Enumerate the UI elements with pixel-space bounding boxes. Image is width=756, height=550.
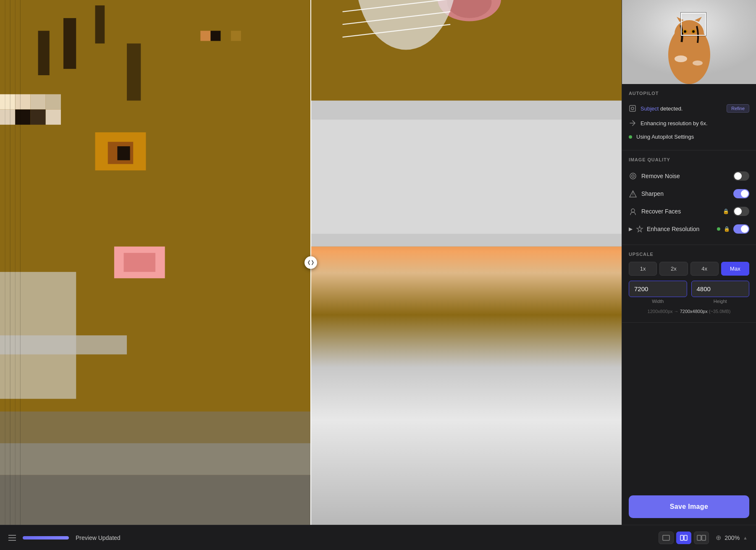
svg-point-91 <box>631 209 635 212</box>
image-quality-section: IMAGE QUALITY Remove Noise <box>622 150 756 245</box>
svg-rect-21 <box>95 5 105 44</box>
zoom-chevron-icon[interactable]: ▲ <box>743 535 748 540</box>
svg-rect-40 <box>200 31 210 41</box>
enhance-resolution-label: Enhance Resolution <box>647 226 714 232</box>
image-left-panel <box>0 0 311 525</box>
svg-rect-31 <box>30 94 45 109</box>
upscale-section: UPSCALE 1x 2x 4x Max 7200 Width 4800 <box>622 245 756 323</box>
svg-rect-85 <box>630 105 635 111</box>
sharpen-toggle[interactable] <box>733 189 749 198</box>
autopilot-title: AUTOPILOT <box>629 91 749 96</box>
dimension-inputs: 7200 Width 4800 Height <box>629 281 749 304</box>
svg-rect-20 <box>63 18 76 69</box>
refine-button[interactable]: Refine <box>727 104 749 113</box>
image-comparison-area <box>0 0 622 525</box>
svg-point-86 <box>631 107 634 110</box>
enhance-resolution-green-dot <box>717 227 720 231</box>
recover-faces-toggle[interactable] <box>733 207 749 216</box>
enhance-resolution-lock-icon: 🔒 <box>724 226 730 232</box>
zoom-control: ⊕ 200% ▲ <box>716 534 748 542</box>
svg-rect-68 <box>311 120 622 234</box>
svg-rect-39 <box>190 31 200 41</box>
thumbnail-selection-box[interactable] <box>681 13 706 36</box>
upscale-title: UPSCALE <box>629 252 749 257</box>
sharpen-label: Sharpen <box>641 190 729 197</box>
svg-rect-32 <box>46 94 61 109</box>
width-label: Width <box>629 299 687 304</box>
svg-rect-29 <box>0 94 15 109</box>
right-panel: AUTOPILOT Subject detected. Refine <box>622 0 756 525</box>
preview-status-text: Preview Updated <box>76 534 121 541</box>
svg-rect-26 <box>117 146 130 160</box>
image-quality-title: IMAGE QUALITY <box>629 157 749 162</box>
width-input[interactable]: 7200 <box>629 281 687 297</box>
divider-handle[interactable] <box>304 256 317 269</box>
zoom-level: 200% <box>724 534 740 541</box>
recover-faces-row: Recover Faces 🔒 <box>629 203 749 220</box>
autopilot-resolution-item: Enhancing resolution by 6x. <box>629 116 749 130</box>
autopilot-section: AUTOPILOT Subject detected. Refine <box>622 84 756 150</box>
upscale-1x-button[interactable]: 1x <box>629 262 657 276</box>
height-input-group: 4800 Height <box>691 281 750 304</box>
enhancing-text: Enhancing resolution by 6x. <box>640 120 708 126</box>
autopilot-settings-item: Using Autopilot Settings <box>629 130 749 143</box>
bottom-bar: Preview Updated ⊕ 200% ▲ <box>0 525 756 550</box>
svg-rect-46 <box>0 475 311 525</box>
svg-rect-38 <box>0 335 127 354</box>
progress-bar-fill <box>23 536 69 539</box>
comparison-divider[interactable] <box>310 0 311 525</box>
single-view-button[interactable] <box>659 532 674 544</box>
view-controls <box>659 532 709 544</box>
double-view-button[interactable] <box>694 532 709 544</box>
svg-point-87 <box>630 173 636 179</box>
svg-rect-34 <box>15 110 30 125</box>
split-view-button[interactable] <box>676 532 691 544</box>
save-image-button[interactable]: Save Image <box>629 495 749 518</box>
recover-faces-label: Recover Faces <box>641 208 719 215</box>
svg-rect-35 <box>30 110 45 125</box>
remove-noise-toggle[interactable] <box>733 171 749 181</box>
sharpen-row: Sharpen <box>629 185 749 203</box>
save-section: Save Image <box>622 489 756 525</box>
svg-point-88 <box>632 175 634 177</box>
svg-rect-33 <box>0 110 15 125</box>
upscale-4x-button[interactable]: 4x <box>690 262 719 276</box>
upscale-2x-button[interactable]: 2x <box>659 262 688 276</box>
progress-bar <box>23 536 69 539</box>
main-area: AUTOPILOT Subject detected. Refine <box>0 0 756 525</box>
upscale-max-button[interactable]: Max <box>721 262 749 276</box>
enhance-resolution-toggle[interactable] <box>733 224 749 234</box>
zoom-icon: ⊕ <box>716 534 721 542</box>
expand-button[interactable]: ▶ <box>629 226 633 232</box>
sparkle-icon <box>636 225 643 233</box>
svg-rect-28 <box>123 253 155 272</box>
resolution-info: 1200x800px → 7200x4800px (~35.0MB) <box>629 307 749 316</box>
width-input-group: 7200 Width <box>629 281 687 304</box>
autopilot-settings-text: Using Autopilot Settings <box>636 134 694 140</box>
autopilot-subject-item: Subject detected. Refine <box>629 101 749 116</box>
svg-point-83 <box>675 55 687 62</box>
svg-rect-93 <box>680 535 683 540</box>
remove-noise-label: Remove Noise <box>641 173 729 179</box>
green-status-dot <box>629 135 632 139</box>
subject-icon <box>629 105 636 112</box>
svg-rect-43 <box>231 31 241 41</box>
enhance-resolution-row: ▶ Enhance Resolution 🔒 <box>629 220 749 238</box>
svg-rect-95 <box>697 535 701 540</box>
height-input[interactable]: 4800 <box>691 281 750 297</box>
svg-rect-94 <box>684 535 687 540</box>
svg-rect-92 <box>663 535 669 540</box>
resolution-icon <box>629 119 636 127</box>
image-right-panel <box>311 0 622 525</box>
svg-rect-36 <box>46 110 61 125</box>
upscale-options: 1x 2x 4x Max <box>629 262 749 276</box>
svg-rect-45 <box>0 443 311 475</box>
svg-point-84 <box>693 61 703 66</box>
svg-rect-23 <box>127 43 141 100</box>
menu-button[interactable] <box>8 535 16 541</box>
remove-noise-row: Remove Noise <box>629 167 749 185</box>
svg-rect-96 <box>702 535 706 540</box>
svg-rect-42 <box>221 31 231 41</box>
svg-rect-30 <box>15 94 30 109</box>
svg-rect-41 <box>210 31 220 41</box>
